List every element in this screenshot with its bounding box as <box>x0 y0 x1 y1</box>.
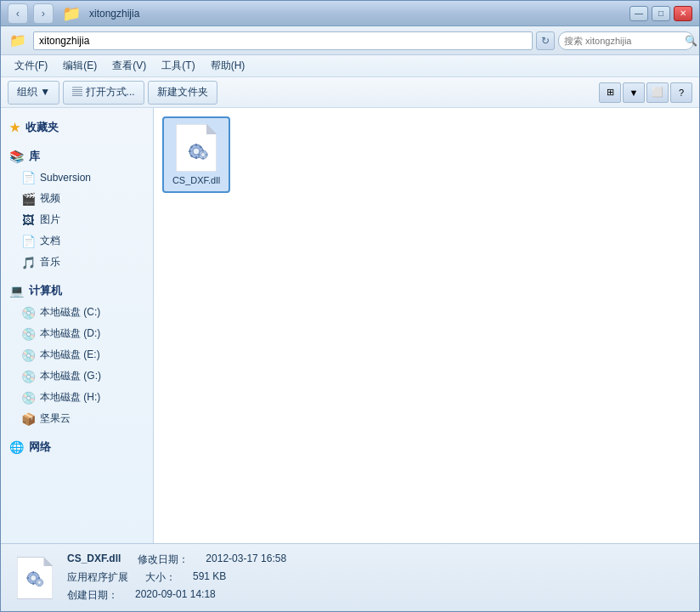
sidebar-item-music[interactable]: 🎵 音乐 <box>1 252 153 273</box>
drive-h-icon: 💿 <box>21 391 35 405</box>
address-bar: 📁 ↻ 🔍 <box>1 26 699 55</box>
library-label: 库 <box>29 149 40 164</box>
svg-rect-6 <box>189 150 191 152</box>
sidebar-item-label-images: 图片 <box>40 212 60 227</box>
sidebar-item-documents[interactable]: 📄 文档 <box>1 230 153 252</box>
video-icon: 🎬 <box>21 192 35 206</box>
sidebar-item-nutstore[interactable]: 📦 坚果云 <box>1 408 153 429</box>
computer-icon: 💻 <box>9 284 24 298</box>
status-created-label: 创建日期： <box>67 588 118 603</box>
search-box: 🔍 <box>558 31 694 50</box>
library-section: 📚 库 📄 Subversion 🎬 视频 🖼 图片 📄 文档 <box>1 145 153 273</box>
favorites-section: ★ 收藏夹 <box>1 116 153 139</box>
status-row-1: CS_DXF.dll 修改日期： 2012-03-17 16:58 <box>67 552 286 567</box>
open-with-button[interactable]: ▤ 打开方式... <box>63 81 144 105</box>
svg-rect-22 <box>32 571 34 574</box>
menu-edit[interactable]: 编辑(E) <box>56 57 104 75</box>
svg-rect-5 <box>195 156 197 159</box>
status-modified-label: 修改日期： <box>138 552 189 567</box>
music-icon: 🎵 <box>21 256 35 269</box>
view-buttons: ⊞ ▼ ⬜ ? <box>599 82 692 103</box>
images-icon: 🖼 <box>21 213 35 227</box>
computer-label: 计算机 <box>29 283 62 298</box>
computer-header: 💻 计算机 <box>1 280 153 302</box>
title-bar-left: ‹ › 📁 xitongzhijia <box>8 3 139 24</box>
pane-button[interactable]: ⬜ <box>646 82 669 103</box>
network-header[interactable]: 🌐 网络 <box>1 436 153 458</box>
sidebar-item-label-drive-c: 本地磁盘 (C:) <box>40 305 100 320</box>
sidebar-item-label-documents: 文档 <box>40 234 60 248</box>
sidebar-item-video[interactable]: 🎬 视频 <box>1 188 153 209</box>
sidebar-item-drive-e[interactable]: 💿 本地磁盘 (E:) <box>1 344 153 366</box>
address-input[interactable] <box>33 31 533 50</box>
refresh-button[interactable]: ↻ <box>536 31 555 50</box>
sidebar-item-drive-d[interactable]: 💿 本地磁盘 (D:) <box>1 323 153 344</box>
close-button[interactable]: ✕ <box>674 6 692 21</box>
sidebar-item-label-drive-d: 本地磁盘 (D:) <box>40 326 100 341</box>
svg-point-21 <box>31 575 37 581</box>
favorites-label: 收藏夹 <box>25 120 59 135</box>
computer-section: 💻 计算机 💿 本地磁盘 (C:) 💿 本地磁盘 (D:) 💿 本地磁盘 (E:… <box>1 280 153 429</box>
back-button[interactable]: ‹ <box>8 3 28 24</box>
svg-point-13 <box>201 153 206 157</box>
svg-rect-16 <box>199 154 200 156</box>
title-buttons: — □ ✕ <box>629 6 692 21</box>
new-folder-label: 新建文件夹 <box>157 85 208 99</box>
drive-e-icon: 💿 <box>21 348 35 362</box>
address-folder-icon: 📁 <box>9 32 26 48</box>
subversion-icon: 📄 <box>21 171 35 184</box>
svg-rect-17 <box>206 154 208 156</box>
forward-button[interactable]: › <box>33 3 54 24</box>
sidebar-item-drive-g[interactable]: 💿 本地磁盘 (G:) <box>1 366 153 387</box>
sidebar-item-images[interactable]: 🖼 图片 <box>1 209 153 230</box>
drive-c-icon: 💿 <box>21 306 35 320</box>
sidebar-item-label-drive-g: 本地磁盘 (G:) <box>40 369 101 383</box>
menu-view[interactable]: 查看(V) <box>105 57 153 75</box>
sidebar-item-drive-c[interactable]: 💿 本地磁盘 (C:) <box>1 302 153 323</box>
menu-tools[interactable]: 工具(T) <box>155 57 201 75</box>
svg-rect-23 <box>32 582 34 585</box>
status-info: CS_DXF.dll 修改日期： 2012-03-17 16:58 应用程序扩展… <box>67 552 286 603</box>
status-filename: CS_DXF.dll <box>67 552 121 567</box>
search-input[interactable] <box>564 36 681 46</box>
svg-rect-24 <box>26 577 29 579</box>
new-folder-button[interactable]: 新建文件夹 <box>148 81 217 105</box>
view-dropdown-button[interactable]: ▼ <box>623 82 645 103</box>
svg-marker-1 <box>206 124 217 134</box>
sidebar-item-drive-h[interactable]: 💿 本地磁盘 (H:) <box>1 387 153 408</box>
organize-button[interactable]: 组织 ▼ <box>8 81 59 105</box>
menu-file[interactable]: 文件(F) <box>8 57 54 75</box>
help-button[interactable]: ? <box>670 82 692 103</box>
sidebar-item-label-drive-e: 本地磁盘 (E:) <box>40 348 100 362</box>
status-bar: CS_DXF.dll 修改日期： 2012-03-17 16:58 应用程序扩展… <box>1 543 699 611</box>
library-icon: 📚 <box>9 150 24 163</box>
main-content: ★ 收藏夹 📚 库 📄 Subversion 🎬 视频 <box>1 108 699 543</box>
sidebar-item-subversion[interactable]: 📄 Subversion <box>1 167 153 188</box>
status-size-value: 591 KB <box>193 570 226 585</box>
organize-label: 组织 ▼ <box>17 85 50 99</box>
sidebar-item-label-subversion: Subversion <box>40 172 91 184</box>
status-row-2: 应用程序扩展 大小： 591 KB <box>67 570 286 585</box>
sidebar-item-label-video: 视频 <box>40 191 60 206</box>
minimize-button[interactable]: — <box>629 6 648 21</box>
svg-point-27 <box>37 581 41 584</box>
title-bar: ‹ › 📁 xitongzhijia — □ ✕ <box>1 1 699 26</box>
file-item-cs-dxf[interactable]: CS_DXF.dll <box>162 116 230 193</box>
svg-rect-4 <box>195 144 197 146</box>
status-modified-date: 2012-03-17 16:58 <box>206 552 286 567</box>
maximize-button[interactable]: □ <box>652 6 670 21</box>
drive-g-icon: 💿 <box>21 370 35 383</box>
drive-d-icon: 💿 <box>21 327 35 341</box>
dll-icon <box>176 124 217 172</box>
view-mode-button[interactable]: ⊞ <box>599 82 621 103</box>
sidebar-item-label-nutstore: 坚果云 <box>40 411 71 426</box>
sidebar-item-label-music: 音乐 <box>40 255 60 269</box>
sidebar-item-label-drive-h: 本地磁盘 (H:) <box>40 390 100 405</box>
file-area: CS_DXF.dll <box>154 108 699 543</box>
window-title: xitongzhijia <box>89 8 139 20</box>
menu-help[interactable]: 帮助(H) <box>204 57 252 75</box>
library-header: 📚 库 <box>1 145 153 167</box>
nutstore-icon: 📦 <box>21 412 35 426</box>
open-with-label: ▤ 打开方式... <box>72 85 134 99</box>
network-icon: 🌐 <box>9 440 24 454</box>
